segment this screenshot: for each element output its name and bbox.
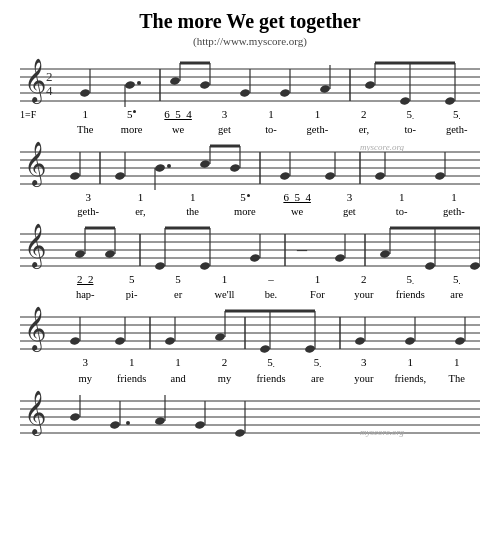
note-2-2 [114, 172, 125, 181]
lyr-2-6: get [323, 206, 375, 217]
lyr-2-2: er, [114, 206, 166, 217]
lyr-1-4: get [201, 124, 247, 135]
num-2-4: 5 [219, 190, 271, 205]
page-title: The more We get together [20, 10, 480, 33]
note-dot-1-2 [137, 81, 141, 85]
lyr-4-1: my [62, 373, 108, 384]
treble-clef-4: 𝄞 [24, 306, 46, 353]
note-3-3 [199, 261, 210, 270]
num-1-7: 2 [341, 107, 387, 122]
lyr-2-4: more [219, 206, 271, 217]
note-4-4 [214, 332, 225, 341]
lyr-key-3 [20, 289, 62, 300]
subdot-3-8: · [412, 279, 414, 288]
num-2-3: 1 [167, 190, 219, 205]
note-2-1 [69, 172, 80, 181]
num-4-4: 2 [201, 355, 247, 370]
lyr-key-2 [20, 206, 62, 217]
lyr-1-5: to- [248, 124, 294, 135]
note-4-9 [454, 336, 465, 345]
num-1-6: 1 [294, 107, 340, 122]
subdot-4-5: · [273, 362, 275, 371]
note-5-2 [109, 420, 120, 429]
lyr-4-4: my [201, 373, 247, 384]
lyr-4-5: friends [248, 373, 294, 384]
note-3-8 [469, 261, 480, 270]
note-1-8 [364, 80, 375, 89]
note-2-5 [229, 164, 240, 173]
note-2-9 [434, 172, 445, 181]
dot-1-2 [133, 110, 136, 113]
lyr-4-8: friends, [387, 373, 433, 384]
note-1-3 [169, 76, 180, 85]
note-3-7 [424, 261, 435, 270]
note-3-4 [249, 253, 260, 262]
lyr-2-1: geth- [62, 206, 114, 217]
section-1: 𝄞 2 4 [20, 55, 480, 135]
note-4-1 [69, 336, 80, 345]
note-5-4 [194, 420, 205, 429]
page-subtitle: (http://www.myscore.org) [20, 35, 480, 47]
num-4-7: 3 [341, 355, 387, 370]
num-2-7: 1 [376, 190, 428, 205]
num-4-9: 1 [434, 355, 480, 370]
note-4-6 [304, 344, 315, 353]
num-3-6: 1 [294, 272, 340, 287]
num-2-1: 3 [62, 190, 114, 205]
lyr-row-1: The more we get to- geth- er, to- geth- [20, 124, 480, 135]
note-1-6 [279, 88, 290, 97]
note-2-8 [374, 172, 385, 181]
lyr-3-9: are [434, 289, 480, 300]
section-4: 𝄞 [20, 303, 480, 383]
note-4-8 [404, 336, 415, 345]
num-1-5: 1 [248, 107, 294, 122]
num-2-6: 3 [323, 190, 375, 205]
note-4-7 [354, 336, 365, 345]
note-5-3 [154, 416, 165, 425]
note-1-2 [124, 80, 135, 89]
lyr-row-4: my friends and my friends are your frien… [20, 373, 480, 384]
num-row-4: 3 1 1 2 5· 5· 3 1 1 [20, 355, 480, 372]
ul-3-1: 2 2 [77, 273, 94, 285]
lyr-4-2: friends [108, 373, 154, 384]
note-1-1 [79, 88, 90, 97]
note-3-1b [104, 249, 115, 258]
staff-svg-5: 𝄞 myscore.org [20, 387, 480, 439]
num-3-7: 2 [341, 272, 387, 287]
lyr-3-3: er [155, 289, 201, 300]
num-4-5: 5· [248, 355, 294, 372]
num-3-8: 5· [387, 272, 433, 289]
num-key-1: 1=F [20, 108, 62, 122]
treble-clef-5: 𝄞 [24, 390, 46, 437]
note-3-6 [379, 249, 390, 258]
watermark-5: myscore.org [360, 427, 405, 437]
watermark-2: myscore.org [360, 142, 405, 152]
num-4-8: 1 [387, 355, 433, 370]
note-4-2 [114, 336, 125, 345]
key-label-1: 1=F [20, 109, 36, 120]
num-4-3: 1 [155, 355, 201, 370]
lyr-3-8: friends [387, 289, 433, 300]
lyr-4-6: are [294, 373, 340, 384]
lyr-4-9: The [434, 373, 480, 384]
treble-clef-1: 𝄞 [24, 58, 46, 105]
lyr-1-9: geth- [434, 124, 480, 135]
page: The more We get together (http://www.mys… [0, 0, 500, 451]
lyr-3-2: pi- [108, 289, 154, 300]
num-row-1: 1=F 1 5 6 5 4 3 1 1 2 5· 5· [20, 107, 480, 124]
num-3-2: 5 [108, 272, 154, 287]
lyr-row-2: geth- er, the more we get to- geth- [20, 206, 480, 217]
section-5: 𝄞 myscore.org [20, 387, 480, 439]
num-4-1: 3 [62, 355, 108, 370]
staff-svg-3: 𝄞 – [20, 220, 480, 272]
lyr-row-3: hap- pi- er we'll be. For your friends a… [20, 289, 480, 300]
dot-5-2 [126, 421, 130, 425]
lyr-3-7: your [341, 289, 387, 300]
num-2-2: 1 [114, 190, 166, 205]
section-3: 𝄞 – [20, 220, 480, 300]
note-3-2 [154, 261, 165, 270]
num-1-8: 5· [387, 107, 433, 124]
staff-svg-4: 𝄞 [20, 303, 480, 355]
num-3-4: 1 [201, 272, 247, 287]
num-1-2: 5 [108, 107, 154, 122]
